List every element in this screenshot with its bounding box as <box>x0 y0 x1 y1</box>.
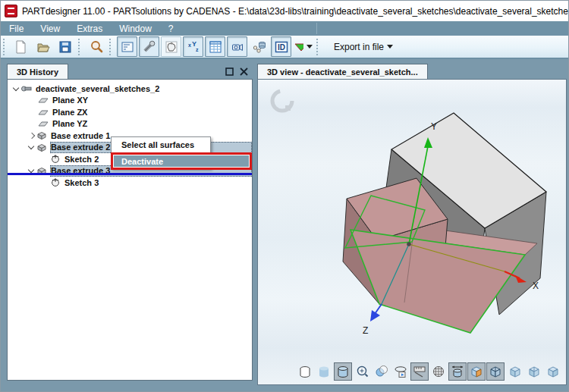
open-file-button[interactable] <box>33 36 53 57</box>
transparent-cube-icon <box>488 364 503 379</box>
toolbar-grip[interactable] <box>78 39 83 55</box>
transparent-cube-button[interactable] <box>486 362 505 381</box>
cylinder-shaded-button[interactable] <box>334 362 352 381</box>
view-camera-toggle-button[interactable] <box>227 36 247 57</box>
open-file-icon <box>36 39 51 55</box>
cylinder-solid-button[interactable] <box>315 362 333 381</box>
history-tab-bar: 3D History <box>7 64 253 79</box>
zoom-fit-button[interactable] <box>354 362 372 381</box>
toolbar-grip[interactable] <box>316 39 322 55</box>
menubar-separator <box>316 23 317 34</box>
menu-file[interactable]: File <box>1 21 32 36</box>
tree-item-sketch-3[interactable]: Sketch 3 <box>8 177 252 189</box>
chevron-down-icon[interactable] <box>12 85 21 93</box>
tree-item-plane-zx[interactable]: Plane ZX <box>8 106 252 118</box>
plane-icon <box>38 96 49 105</box>
chevron-right-icon[interactable] <box>27 132 36 140</box>
zoom-fit-icon <box>355 364 370 379</box>
menu-item-deactivate[interactable]: Deactivate <box>114 155 249 167</box>
link-assembly-button[interactable] <box>249 36 269 57</box>
window-title: PARTdesigner 11.00 - PARTsolutions by CA… <box>22 6 569 17</box>
cylinder-shaded-icon <box>335 364 351 379</box>
z-axis-label: Z <box>363 325 368 336</box>
validate-dropdown-button[interactable] <box>293 36 313 57</box>
animate-rotation-icon <box>393 364 408 379</box>
value-table-toggle-button[interactable] <box>205 36 225 57</box>
measure-icon <box>412 364 427 379</box>
sketch-tool-button[interactable] <box>161 36 181 57</box>
history-tree: deactivate_several_sketches_2 Plane XY P… <box>7 79 253 381</box>
tree-item-plane-xy[interactable]: Plane XY <box>8 95 252 107</box>
view-cube-2-button[interactable] <box>525 362 543 381</box>
link-assembly-icon <box>252 39 267 55</box>
deactivate-annotation-box: Deactivate <box>111 152 252 170</box>
zoom-search-button[interactable] <box>86 36 106 57</box>
dropdown-caret-icon <box>307 45 313 49</box>
render-mode-icon <box>374 364 389 379</box>
dimension-cylinder-button[interactable] <box>448 362 467 381</box>
extrude-box-icon <box>36 130 47 140</box>
z-axis <box>375 304 382 314</box>
cylinder-wireframe-button[interactable] <box>296 362 314 381</box>
export-caret-icon <box>387 45 393 49</box>
menu-item-select-all-surfaces[interactable]: Select all surfaces <box>112 137 210 152</box>
tree-item-plane-yz[interactable]: Plane YZ <box>8 118 252 130</box>
validate-triangle-icon <box>294 39 303 55</box>
maximize-button[interactable] <box>225 67 234 76</box>
mesh-display-button[interactable] <box>429 362 448 381</box>
tab-3d-history[interactable]: 3D History <box>7 64 68 79</box>
workspace: 3D History deactivate_several_sketches_2… <box>1 59 568 385</box>
close-button[interactable] <box>240 67 248 76</box>
history-panel-toggle-button[interactable] <box>117 36 137 57</box>
export-in-file-button[interactable]: Export in file <box>328 39 399 55</box>
menu-view[interactable]: View <box>32 21 68 36</box>
origin-point <box>407 242 411 246</box>
xyz-icon: xYz <box>186 39 201 55</box>
rotate-indicator-icon <box>272 91 292 111</box>
face-color-button[interactable] <box>467 362 486 381</box>
chevron-down-icon[interactable] <box>27 143 36 151</box>
save-button[interactable] <box>55 36 75 57</box>
view-toolbar <box>296 362 565 381</box>
sketch-icon <box>50 154 61 164</box>
y-axis-label: Y <box>431 121 437 132</box>
cylinder-wireframe-icon <box>297 364 313 379</box>
export-in-file-label: Export in file <box>334 42 384 52</box>
toolbar-grip[interactable] <box>3 39 8 55</box>
viewport-3d[interactable]: Y X Z <box>257 79 567 385</box>
dimension-cylinder-icon <box>450 364 465 379</box>
id-icon: ID <box>274 39 289 55</box>
menu-window[interactable]: Window <box>111 21 160 36</box>
menu-extras[interactable]: Extras <box>68 21 111 36</box>
toolbar-grip[interactable] <box>109 39 115 55</box>
tree-item-root[interactable]: deactivate_several_sketches_2 <box>8 83 252 95</box>
partdesigner-window: { "window": { "title": "PARTdesigner 11.… <box>0 0 569 392</box>
tab-3d-view[interactable]: 3D view - deactivate_several_sketch... <box>257 64 428 79</box>
title-bar: PARTdesigner 11.00 - PARTsolutions by CA… <box>1 1 568 21</box>
view-panel: 3D view - deactivate_several_sketch... <box>257 64 567 385</box>
screw-tool-button[interactable] <box>139 36 159 57</box>
coordinate-xyz-toggle-button[interactable]: xYz <box>183 36 203 57</box>
mesh-display-icon <box>431 364 446 379</box>
svg-text:ID: ID <box>278 42 285 51</box>
app-icon <box>5 5 17 17</box>
menu-bar: File View Extras Window ? <box>1 21 568 36</box>
view-cube-3-button[interactable] <box>544 362 562 381</box>
table-icon <box>208 39 223 55</box>
sketch-icon <box>164 39 179 55</box>
new-document-button[interactable] <box>11 36 31 57</box>
view-tab-bar: 3D view - deactivate_several_sketch... <box>257 64 567 79</box>
view-cube-1-button[interactable] <box>506 362 524 381</box>
view-cube-4-button[interactable] <box>563 362 567 381</box>
x-axis-label: X <box>533 281 539 291</box>
animate-rotation-button[interactable] <box>391 362 410 381</box>
menu-help[interactable]: ? <box>160 21 182 36</box>
render-mode-button[interactable] <box>373 362 391 381</box>
extrude-box-icon <box>36 143 47 152</box>
zoom-search-icon <box>89 39 104 55</box>
plane-icon <box>38 119 49 128</box>
id-display-toggle-button[interactable]: ID <box>271 36 291 57</box>
measure-button[interactable] <box>410 362 429 381</box>
svg-text:z: z <box>196 47 199 52</box>
view-cube-icon <box>545 364 561 379</box>
